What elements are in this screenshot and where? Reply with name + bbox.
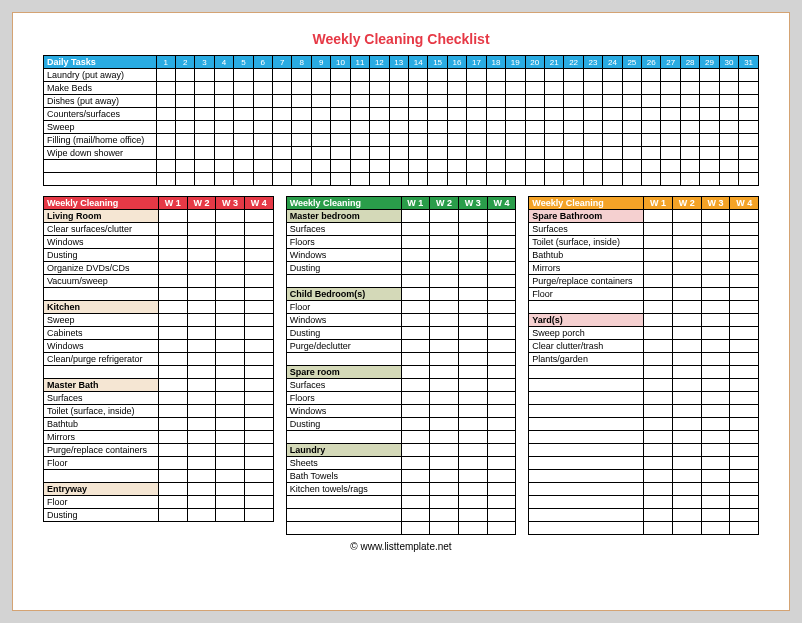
checkbox-cell[interactable]: [644, 262, 673, 275]
checkbox-cell[interactable]: [487, 509, 516, 522]
checkbox-cell[interactable]: [701, 301, 730, 314]
checkbox-cell[interactable]: [216, 275, 245, 288]
checkbox-cell[interactable]: [401, 275, 430, 288]
checkbox-cell[interactable]: [487, 444, 516, 457]
checkbox-cell[interactable]: [430, 522, 459, 535]
checkbox-cell[interactable]: [158, 418, 187, 431]
checkbox-cell[interactable]: [525, 147, 544, 160]
checkbox-cell[interactable]: [273, 160, 292, 173]
checkbox-cell[interactable]: [401, 522, 430, 535]
checkbox-cell[interactable]: [739, 147, 759, 160]
checkbox-cell[interactable]: [701, 327, 730, 340]
checkbox-cell[interactable]: [216, 392, 245, 405]
checkbox-cell[interactable]: [409, 121, 428, 134]
checkbox-cell[interactable]: [458, 301, 487, 314]
checkbox-cell[interactable]: [487, 288, 516, 301]
checkbox-cell[interactable]: [506, 95, 525, 108]
checkbox-cell[interactable]: [642, 108, 661, 121]
checkbox-cell[interactable]: [487, 314, 516, 327]
checkbox-cell[interactable]: [158, 275, 187, 288]
checkbox-cell[interactable]: [644, 431, 673, 444]
checkbox-cell[interactable]: [244, 444, 273, 457]
checkbox-cell[interactable]: [187, 353, 216, 366]
checkbox-cell[interactable]: [401, 327, 430, 340]
checkbox-cell[interactable]: [244, 405, 273, 418]
checkbox-cell[interactable]: [487, 210, 516, 223]
checkbox-cell[interactable]: [661, 147, 680, 160]
checkbox-cell[interactable]: [700, 82, 719, 95]
checkbox-cell[interactable]: [603, 173, 622, 186]
checkbox-cell[interactable]: [719, 95, 738, 108]
checkbox-cell[interactable]: [700, 134, 719, 147]
checkbox-cell[interactable]: [158, 392, 187, 405]
checkbox-cell[interactable]: [187, 314, 216, 327]
checkbox-cell[interactable]: [216, 249, 245, 262]
checkbox-cell[interactable]: [730, 392, 759, 405]
checkbox-cell[interactable]: [487, 236, 516, 249]
checkbox-cell[interactable]: [187, 470, 216, 483]
checkbox-cell[interactable]: [158, 236, 187, 249]
checkbox-cell[interactable]: [216, 223, 245, 236]
checkbox-cell[interactable]: [644, 340, 673, 353]
checkbox-cell[interactable]: [458, 392, 487, 405]
checkbox-cell[interactable]: [244, 366, 273, 379]
checkbox-cell[interactable]: [158, 210, 187, 223]
checkbox-cell[interactable]: [370, 121, 389, 134]
checkbox-cell[interactable]: [544, 173, 563, 186]
checkbox-cell[interactable]: [583, 173, 602, 186]
checkbox-cell[interactable]: [409, 69, 428, 82]
checkbox-cell[interactable]: [642, 134, 661, 147]
checkbox-cell[interactable]: [331, 147, 350, 160]
checkbox-cell[interactable]: [622, 173, 641, 186]
checkbox-cell[interactable]: [680, 69, 699, 82]
checkbox-cell[interactable]: [701, 496, 730, 509]
checkbox-cell[interactable]: [701, 522, 730, 535]
checkbox-cell[interactable]: [730, 353, 759, 366]
checkbox-cell[interactable]: [428, 69, 447, 82]
checkbox-cell[interactable]: [487, 405, 516, 418]
checkbox-cell[interactable]: [719, 108, 738, 121]
checkbox-cell[interactable]: [700, 108, 719, 121]
checkbox-cell[interactable]: [622, 108, 641, 121]
checkbox-cell[interactable]: [156, 160, 175, 173]
checkbox-cell[interactable]: [430, 353, 459, 366]
checkbox-cell[interactable]: [622, 134, 641, 147]
checkbox-cell[interactable]: [401, 249, 430, 262]
checkbox-cell[interactable]: [680, 147, 699, 160]
checkbox-cell[interactable]: [331, 108, 350, 121]
checkbox-cell[interactable]: [273, 134, 292, 147]
checkbox-cell[interactable]: [680, 95, 699, 108]
checkbox-cell[interactable]: [487, 353, 516, 366]
checkbox-cell[interactable]: [253, 69, 272, 82]
checkbox-cell[interactable]: [187, 301, 216, 314]
checkbox-cell[interactable]: [603, 108, 622, 121]
checkbox-cell[interactable]: [273, 82, 292, 95]
checkbox-cell[interactable]: [672, 457, 701, 470]
checkbox-cell[interactable]: [525, 173, 544, 186]
checkbox-cell[interactable]: [331, 134, 350, 147]
checkbox-cell[interactable]: [487, 418, 516, 431]
checkbox-cell[interactable]: [158, 457, 187, 470]
checkbox-cell[interactable]: [244, 314, 273, 327]
checkbox-cell[interactable]: [216, 405, 245, 418]
checkbox-cell[interactable]: [672, 353, 701, 366]
checkbox-cell[interactable]: [428, 134, 447, 147]
checkbox-cell[interactable]: [447, 69, 466, 82]
checkbox-cell[interactable]: [401, 509, 430, 522]
checkbox-cell[interactable]: [458, 366, 487, 379]
checkbox-cell[interactable]: [701, 379, 730, 392]
checkbox-cell[interactable]: [739, 108, 759, 121]
checkbox-cell[interactable]: [187, 457, 216, 470]
checkbox-cell[interactable]: [244, 353, 273, 366]
checkbox-cell[interactable]: [644, 392, 673, 405]
checkbox-cell[interactable]: [430, 444, 459, 457]
checkbox-cell[interactable]: [730, 327, 759, 340]
checkbox-cell[interactable]: [430, 379, 459, 392]
checkbox-cell[interactable]: [447, 160, 466, 173]
checkbox-cell[interactable]: [158, 340, 187, 353]
checkbox-cell[interactable]: [680, 108, 699, 121]
checkbox-cell[interactable]: [487, 340, 516, 353]
checkbox-cell[interactable]: [458, 236, 487, 249]
checkbox-cell[interactable]: [401, 366, 430, 379]
checkbox-cell[interactable]: [701, 405, 730, 418]
